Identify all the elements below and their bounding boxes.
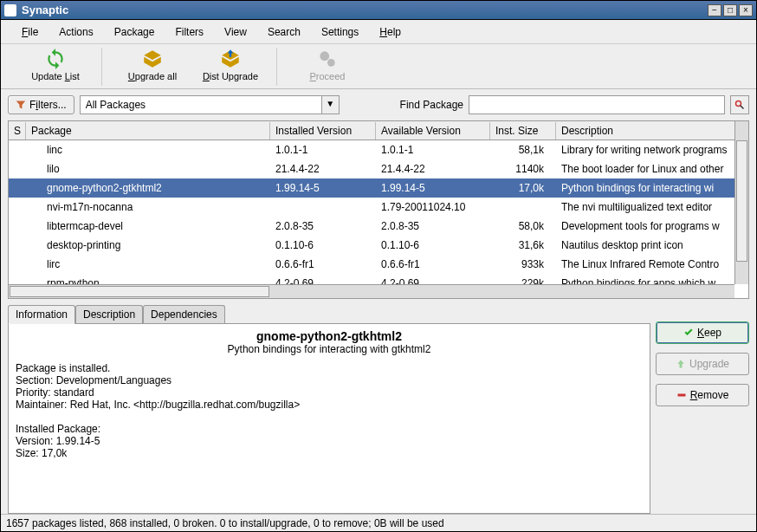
vertical-scrollbar[interactable] (734, 121, 748, 284)
cell-available: 2.0.8-35 (376, 217, 490, 235)
remove-button[interactable]: Remove (656, 384, 749, 406)
col-status[interactable]: S (9, 122, 26, 139)
refresh-icon (44, 48, 67, 70)
cell-package: gnome-python2-gtkhtml2 (26, 179, 270, 197)
upgrade-all-button[interactable]: Upgrade all (119, 48, 186, 81)
cell-description: Nautilus desktop print icon (556, 237, 748, 254)
gears-icon (316, 48, 339, 70)
cell-package: lilo (26, 160, 270, 178)
search-input[interactable] (469, 95, 725, 114)
filter-combo-input[interactable] (80, 95, 322, 114)
action-pane: Keep Upgrade Remove (656, 304, 749, 514)
cell-available: 1.79-20011024.10 (376, 198, 490, 216)
cell-size: 58,0k (490, 217, 556, 235)
dist-upgrade-label: Dist Upgrade (203, 71, 258, 81)
detail-tabs: Information Description Dependencies (8, 304, 650, 323)
window-title: Synaptic (22, 3, 68, 16)
menu-filters[interactable]: Filters (165, 24, 214, 40)
detail-content: gnome-python2-gtkhtml2 Python bindings f… (8, 323, 650, 514)
table-row[interactable]: lilo21.4.4-2221.4.4-221140kThe boot load… (9, 159, 748, 178)
chevron-down-icon[interactable]: ▼ (322, 95, 340, 114)
box-up-icon (219, 48, 242, 70)
filter-combo[interactable]: ▼ (80, 95, 340, 114)
upgrade-all-label: Upgrade all (128, 71, 177, 81)
svg-rect-4 (677, 394, 685, 397)
update-list-label: Update List (31, 71, 80, 81)
close-button[interactable]: × (739, 4, 753, 16)
svg-point-0 (320, 51, 329, 61)
proceed-label: Proceed (310, 71, 346, 81)
cell-size: 17,0k (490, 179, 556, 197)
menu-settings[interactable]: Settings (311, 24, 369, 40)
table-row[interactable]: linc1.0.1-11.0.1-158,1kLibrary for writi… (9, 140, 748, 159)
cell-available: 21.4.4-22 (376, 160, 490, 178)
cell-installed: 0.6.6-fr1 (270, 256, 376, 273)
up-icon (676, 359, 686, 369)
cell-package: desktop-printing (26, 237, 270, 254)
cell-available: 0.1.10-6 (376, 237, 490, 254)
detail-title: gnome-python2-gtkhtml2 (16, 329, 643, 343)
proceed-button: Proceed (294, 48, 361, 81)
table-row[interactable]: gnome-python2-gtkhtml21.99.14-51.99.14-5… (9, 178, 748, 198)
table-row[interactable]: nvi-m17n-nocanna1.79-20011024.10The nvi … (9, 198, 748, 217)
menu-view[interactable]: View (214, 24, 257, 40)
find-button[interactable] (730, 95, 749, 114)
cell-package: lirc (26, 256, 270, 273)
find-label: Find Package (400, 99, 463, 111)
titlebar: Synaptic − □ × (1, 1, 756, 20)
maximize-button[interactable]: □ (723, 4, 737, 16)
upgrade-button: Upgrade (656, 353, 749, 375)
cell-installed: 1.0.1-1 (270, 141, 376, 159)
cell-installed: 2.0.8-35 (270, 217, 376, 235)
menu-help[interactable]: Help (369, 24, 411, 40)
table-row[interactable]: libtermcap-devel2.0.8-352.0.8-3558,0kDev… (9, 217, 748, 236)
dist-upgrade-button[interactable]: Dist Upgrade (197, 48, 264, 81)
menu-file[interactable]: File (11, 24, 49, 40)
svg-line-3 (741, 106, 744, 109)
filter-bar: Filters... ▼ Find Package (1, 89, 756, 120)
col-size[interactable]: Inst. Size (490, 122, 556, 139)
menubar: File Actions Package Filters View Search… (1, 20, 756, 44)
menu-package[interactable]: Package (104, 24, 165, 40)
keep-label: Keep (697, 327, 721, 339)
keep-button[interactable]: Keep (656, 321, 749, 344)
menu-actions[interactable]: Actions (49, 24, 103, 40)
col-package[interactable]: Package (26, 122, 270, 139)
cell-size (490, 204, 556, 210)
cell-available: 0.6.6-fr1 (376, 256, 490, 273)
detail-subtitle: Python bindings for interacting with gtk… (16, 343, 643, 355)
update-list-button[interactable]: Update List (22, 48, 89, 81)
cell-available: 1.99.14-5 (376, 179, 490, 197)
box-icon (141, 48, 164, 70)
minimize-button[interactable]: − (708, 4, 721, 16)
cell-installed (270, 204, 376, 210)
tab-dependencies[interactable]: Dependencies (143, 305, 225, 324)
tab-description[interactable]: Description (75, 305, 143, 324)
cell-description: Library for writing network programs (556, 141, 748, 159)
cell-size: 31,6k (490, 237, 556, 254)
svg-point-2 (736, 101, 741, 107)
tab-information[interactable]: Information (8, 305, 75, 324)
table-row[interactable]: lirc0.6.6-fr10.6.6-fr1933kThe Linux Infr… (9, 255, 748, 274)
app-icon (4, 4, 16, 16)
col-installed[interactable]: Installed Version (270, 122, 376, 139)
col-description[interactable]: Description (556, 122, 748, 139)
cell-installed: 1.99.14-5 (270, 179, 376, 197)
cell-description: The nvi multiligualized text editor (556, 198, 748, 216)
status-text: 1657 packages listed, 868 installed, 0 b… (6, 517, 444, 529)
package-table: S Package Installed Version Available Ve… (8, 120, 749, 299)
col-available[interactable]: Available Version (376, 122, 490, 139)
cell-size: 1140k (490, 160, 556, 178)
remove-icon (676, 390, 687, 400)
table-row[interactable]: desktop-printing0.1.10-60.1.10-631,6kNau… (9, 236, 748, 255)
detail-pane: Information Description Dependencies gno… (8, 304, 650, 514)
cell-installed: 0.1.10-6 (270, 237, 376, 254)
table-body: linc1.0.1-11.0.1-158,1kLibrary for writi… (9, 140, 748, 298)
menu-search[interactable]: Search (257, 24, 311, 40)
filters-button[interactable]: Filters... (8, 95, 74, 114)
cell-size: 933k (490, 256, 556, 273)
search-icon (734, 100, 745, 110)
filter-icon (16, 100, 26, 110)
horizontal-scrollbar[interactable] (9, 284, 734, 298)
remove-label: Remove (690, 389, 729, 401)
